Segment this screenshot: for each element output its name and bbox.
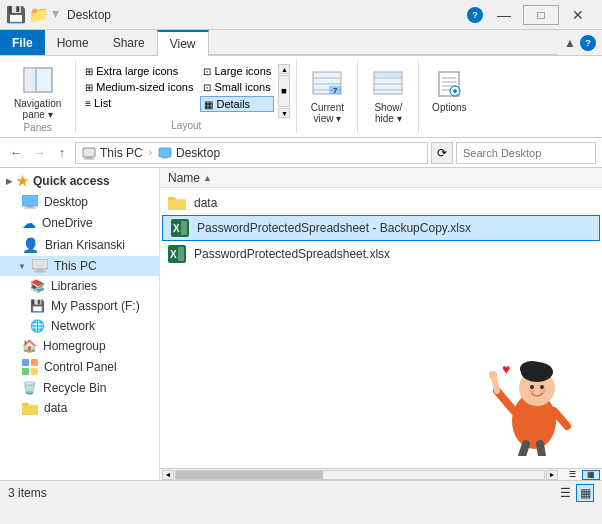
name-column-header[interactable]: Name bbox=[168, 171, 200, 185]
view-toggle-buttons: ☰ ▦ bbox=[563, 470, 600, 480]
svg-rect-34 bbox=[31, 359, 38, 366]
layout-scroll-mid[interactable]: ◼ bbox=[278, 75, 290, 107]
view-list-button[interactable]: ☰ bbox=[563, 470, 581, 480]
panes-group-label: Panes bbox=[23, 122, 51, 135]
minimize-button[interactable]: — bbox=[486, 5, 522, 25]
quick-access-triangle: ▶ bbox=[6, 177, 12, 186]
sidebar: ▶ ★ Quick access Desktop ☁ OneDrive 👤 Br… bbox=[0, 168, 160, 480]
layout-left-col: ⊞ Extra large icons ⊞ Medium-sized icons… bbox=[82, 64, 196, 110]
extra-large-icons-btn[interactable]: ⊞ Extra large icons bbox=[82, 64, 196, 78]
file-item-spreadsheet[interactable]: X PasswordProtectedSpreadsheet.xlsx bbox=[160, 242, 602, 266]
layout-scroll-up[interactable]: ▲ bbox=[278, 64, 290, 74]
computer-icon bbox=[32, 259, 48, 273]
nav-forward-button[interactable]: → bbox=[29, 143, 49, 163]
nav-pane-icon bbox=[20, 62, 56, 98]
recycle-bin-icon: 🗑️ bbox=[22, 381, 37, 395]
excel-backup-icon: X bbox=[171, 219, 189, 237]
nav-back-button[interactable]: ← bbox=[6, 143, 26, 163]
help-button[interactable]: ? bbox=[465, 5, 485, 25]
nav-up-button[interactable]: ↑ bbox=[52, 143, 72, 163]
sidebar-item-user[interactable]: 👤 Brian Krisanski bbox=[0, 234, 159, 256]
ribbon-content: Navigation pane ▾ Panes ⊞ Extra large ic… bbox=[0, 56, 602, 138]
sidebar-item-recycle-bin[interactable]: 🗑️ Recycle Bin bbox=[0, 378, 159, 398]
status-count: 3 items bbox=[8, 486, 47, 500]
list-btn[interactable]: ≡ List bbox=[82, 96, 196, 110]
svg-rect-31 bbox=[37, 269, 43, 271]
sidebar-item-control-panel[interactable]: Control Panel bbox=[0, 356, 159, 378]
nav-pane-button[interactable]: Navigation pane ▾ bbox=[8, 60, 67, 122]
view-details-button[interactable]: ▦ bbox=[582, 470, 600, 480]
tab-file[interactable]: File bbox=[0, 30, 45, 55]
sidebar-item-libraries[interactable]: 📚 Libraries bbox=[0, 276, 159, 296]
show-hide-icon bbox=[370, 66, 406, 102]
control-panel-icon bbox=[22, 359, 38, 375]
this-pc-icon bbox=[82, 146, 96, 160]
user-icon: 👤 bbox=[22, 237, 39, 253]
tab-view[interactable]: View bbox=[157, 30, 209, 56]
hscroll-track[interactable] bbox=[175, 470, 545, 480]
show-hide-label-1: Show/ bbox=[374, 102, 402, 113]
main-area: ▶ ★ Quick access Desktop ☁ OneDrive 👤 Br… bbox=[0, 168, 602, 480]
control-panel-label: Control Panel bbox=[44, 360, 117, 374]
sidebar-item-passport[interactable]: 💾 My Passport (F:) bbox=[0, 296, 159, 316]
search-input[interactable] bbox=[463, 147, 601, 159]
ribbon-help-button[interactable]: ? bbox=[580, 35, 596, 51]
data-folder-icon bbox=[168, 195, 186, 211]
close-button[interactable]: ✕ bbox=[560, 5, 596, 25]
maximize-button[interactable]: □ bbox=[523, 5, 559, 25]
sidebar-item-data[interactable]: data bbox=[0, 398, 159, 418]
svg-rect-22 bbox=[83, 148, 95, 157]
layout-scroll-down[interactable]: ▼ bbox=[278, 108, 290, 118]
sidebar-item-this-pc[interactable]: ▼ This PC bbox=[0, 256, 159, 276]
ribbon-group-panes: Navigation pane ▾ Panes bbox=[0, 60, 76, 133]
current-view-label-2: view ▾ bbox=[313, 113, 341, 124]
spreadsheet-file-name: PasswordProtectedSpreadsheet.xlsx bbox=[194, 247, 390, 261]
homegroup-label: Homegroup bbox=[43, 339, 106, 353]
show-hide-label-2: hide ▾ bbox=[375, 113, 402, 124]
svg-line-53 bbox=[497, 391, 514, 411]
statusbar: 3 items ☰ ▦ bbox=[0, 480, 602, 504]
svg-line-59 bbox=[540, 444, 542, 456]
status-list-view-button[interactable]: ☰ bbox=[556, 484, 574, 502]
svg-text:X: X bbox=[170, 249, 177, 260]
address-sep-1: › bbox=[149, 147, 152, 158]
layout-scrollbar: ▲ ◼ ▼ bbox=[278, 64, 290, 118]
small-icons-btn[interactable]: ⊡ Small icons bbox=[200, 80, 274, 94]
tab-home[interactable]: Home bbox=[45, 30, 101, 55]
hscroll-left[interactable]: ◄ bbox=[162, 470, 174, 480]
layout-right-col: ⊡ Large icons ⊡ Small icons ▦ Details bbox=[200, 64, 274, 112]
file-item-data[interactable]: data bbox=[160, 192, 602, 214]
tab-share[interactable]: Share bbox=[101, 30, 157, 55]
file-item-backup[interactable]: X PasswordProtectedSpreadsheet - BackupC… bbox=[162, 215, 600, 241]
svg-line-58 bbox=[522, 444, 526, 456]
homegroup-icon: 🏠 bbox=[22, 339, 37, 353]
recycle-bin-label: Recycle Bin bbox=[43, 381, 106, 395]
show-hide-button[interactable]: Show/ hide ▾ bbox=[366, 64, 410, 126]
titlebar-quick-access: 💾 📁 ▾ bbox=[6, 5, 59, 24]
sidebar-item-network[interactable]: 🌐 Network bbox=[0, 316, 159, 336]
large-icons-btn[interactable]: ⊡ Large icons bbox=[200, 64, 274, 78]
hscroll-right[interactable]: ► bbox=[546, 470, 558, 480]
address-refresh-button[interactable]: ⟳ bbox=[431, 142, 453, 164]
sidebar-item-homegroup[interactable]: 🏠 Homegroup bbox=[0, 336, 159, 356]
sidebar-item-quick-access[interactable]: ▶ ★ Quick access bbox=[0, 170, 159, 192]
options-icon bbox=[431, 66, 467, 102]
sidebar-item-onedrive[interactable]: ☁ OneDrive bbox=[0, 212, 159, 234]
status-details-view-button[interactable]: ▦ bbox=[576, 484, 594, 502]
current-view-button[interactable]: 7 Current view ▾ bbox=[305, 64, 349, 126]
medium-sized-icons-btn[interactable]: ⊞ Medium-sized icons bbox=[82, 80, 196, 94]
search-box[interactable]: 🔍 bbox=[456, 142, 596, 164]
details-btn[interactable]: ▦ Details bbox=[200, 96, 274, 112]
sidebar-item-desktop[interactable]: Desktop bbox=[0, 192, 159, 212]
svg-line-57 bbox=[554, 411, 567, 426]
addressbar: ← → ↑ This PC › Desktop ⟳ 🔍 bbox=[0, 138, 602, 168]
address-box[interactable]: This PC › Desktop bbox=[75, 142, 428, 164]
ribbon-collapse-button[interactable]: ▲ bbox=[564, 36, 576, 50]
ribbon-group-layout: ⊞ Extra large icons ⊞ Medium-sized icons… bbox=[76, 60, 297, 133]
options-button[interactable]: Options bbox=[427, 64, 471, 115]
file-list: data X PasswordProtectedSpreadsheet - Ba… bbox=[160, 188, 602, 332]
excel-spreadsheet-icon: X bbox=[168, 245, 186, 263]
quick-access-star-icon: ★ bbox=[16, 173, 29, 189]
svg-rect-27 bbox=[22, 195, 38, 206]
ribbon-right-controls: ▲ ? bbox=[558, 30, 602, 55]
